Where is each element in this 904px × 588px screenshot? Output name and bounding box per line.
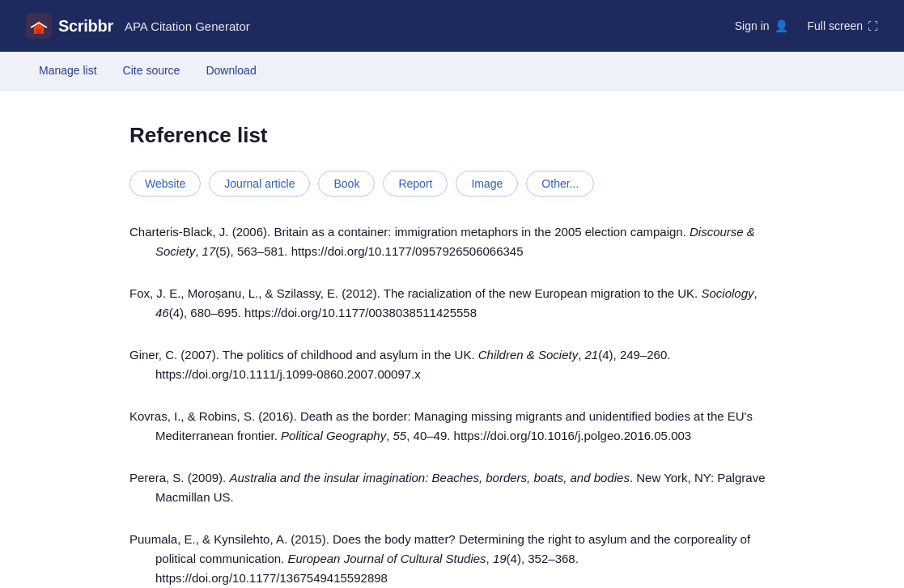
reference-item: Puumala, E., & Kynsilehto, A. (2015). Do… <box>129 530 775 588</box>
scribbr-logo-icon <box>26 13 52 39</box>
sign-in-button[interactable]: Sign in 👤 <box>735 19 788 32</box>
source-type-bar: Website Journal article Book Report Imag… <box>129 171 775 197</box>
source-btn-image[interactable]: Image <box>456 171 518 197</box>
main-content: Reference list Website Journal article B… <box>0 91 904 588</box>
nav-bar: Manage list Cite source Download <box>0 52 904 91</box>
reference-item: Perera, S. (2009). Australia and the ins… <box>129 468 775 507</box>
reference-item: Fox, J. E., Moroșanu, L., & Szilassy, E.… <box>129 284 775 323</box>
logo-text: Scribbr <box>58 17 113 36</box>
page-title: Reference list <box>129 123 775 148</box>
source-btn-other[interactable]: Other... <box>526 171 594 197</box>
app-title: APA Citation Generator <box>125 19 250 33</box>
source-btn-book[interactable]: Book <box>318 171 375 197</box>
header-right: Sign in 👤 Full screen ⛶ <box>735 19 878 32</box>
fullscreen-icon: ⛶ <box>868 20 878 32</box>
full-screen-button[interactable]: Full screen ⛶ <box>808 19 878 32</box>
source-btn-journal[interactable]: Journal article <box>209 171 310 197</box>
reference-item: Giner, C. (2007). The politics of childh… <box>129 345 775 384</box>
reference-list: Charteris-Black, J. (2006). Britain as a… <box>129 222 775 588</box>
logo[interactable]: Scribbr <box>26 13 113 39</box>
app-header: Scribbr APA Citation Generator Sign in 👤… <box>0 0 904 52</box>
source-btn-website[interactable]: Website <box>129 171 201 197</box>
user-icon: 👤 <box>775 19 788 32</box>
header-left: Scribbr APA Citation Generator <box>26 13 250 39</box>
nav-manage-list[interactable]: Manage list <box>26 52 110 90</box>
reference-item: Charteris-Black, J. (2006). Britain as a… <box>129 222 775 261</box>
nav-cite-source[interactable]: Cite source <box>110 52 193 90</box>
reference-item: Kovras, I., & Robins, S. (2016). Death a… <box>129 407 775 446</box>
nav-download[interactable]: Download <box>193 52 269 90</box>
source-btn-report[interactable]: Report <box>383 171 448 197</box>
